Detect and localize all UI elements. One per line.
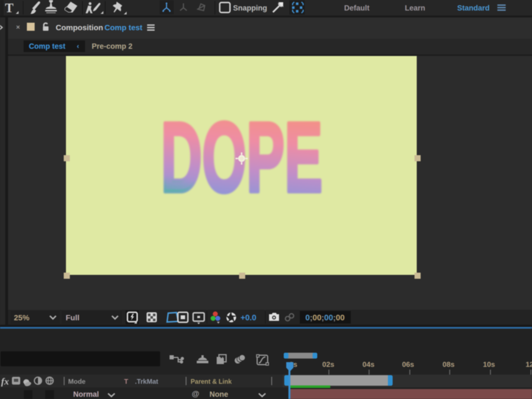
svg-text:fx: fx — [1, 376, 9, 387]
svg-text:T: T — [5, 1, 14, 15]
svg-text:12: 12 — [526, 360, 532, 369]
svg-text:+0.0: +0.0 — [241, 313, 256, 322]
svg-text:10s: 10s — [483, 360, 495, 369]
svg-text:02s: 02s — [322, 360, 334, 369]
svg-text:06s: 06s — [402, 360, 414, 369]
svg-text:0;00;00;00: 0;00;00;00 — [305, 313, 345, 322]
svg-text:25%: 25% — [14, 313, 29, 322]
svg-text:08s: 08s — [443, 360, 454, 369]
svg-text:Snapping: Snapping — [233, 4, 267, 12]
svg-text:04s: 04s — [362, 360, 374, 369]
svg-text:Full: Full — [66, 313, 80, 322]
